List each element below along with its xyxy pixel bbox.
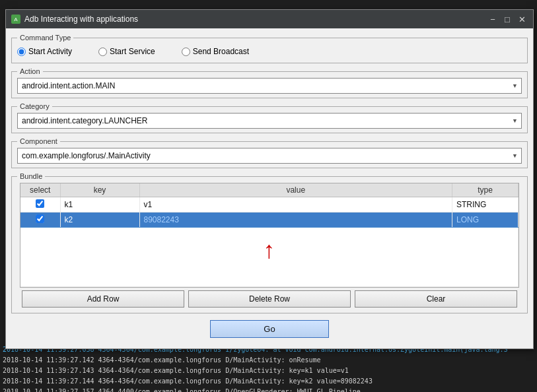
table-row-empty: ↑ xyxy=(20,228,519,287)
action-group: Action android.intent.action.MAIN xyxy=(11,67,528,98)
row2-key: k2 xyxy=(60,212,139,228)
up-arrow-icon: ↑ xyxy=(264,236,275,264)
table-row: k2 89082243 LONG xyxy=(20,212,519,228)
command-type-group: Command Type Start Activity Start Servic… xyxy=(11,34,528,63)
bundle-table: select key value type k1 v1 xyxy=(20,183,519,287)
delete-row-button[interactable]: Delete Row xyxy=(188,290,351,308)
log-line-5: 2018-10-14 11:39:27.157 4364-4400/com.ex… xyxy=(0,387,537,392)
dialog: A Adb Interacting with applications − □ … xyxy=(5,9,534,349)
col-header-select: select xyxy=(20,183,60,197)
component-group: Component com.example.longforus/.MainAct… xyxy=(11,137,528,168)
add-row-button[interactable]: Add Row xyxy=(22,290,184,308)
row1-type: STRING xyxy=(452,197,519,212)
col-header-value: value xyxy=(139,183,452,197)
dialog-title: Adb Interacting with applications xyxy=(24,15,138,24)
category-select[interactable]: android.intent.category.LAUNCHER xyxy=(17,113,522,129)
row1-checkbox[interactable] xyxy=(36,199,44,208)
bundle-table-body: k1 v1 STRING k2 89082243 LONG xyxy=(20,197,519,287)
dialog-content: Command Type Start Activity Start Servic… xyxy=(6,28,533,348)
table-row: k1 v1 STRING xyxy=(20,197,519,212)
radio-start-activity[interactable]: Start Activity xyxy=(17,47,72,56)
component-select-wrapper: com.example.longforus/.MainActivity xyxy=(17,148,522,164)
row2-checkbox[interactable] xyxy=(36,214,44,223)
log-line-2: 2018-10-14 11:39:27.142 4364-4364/com.ex… xyxy=(0,355,537,366)
log-line-4: 2018-10-14 11:39:27.144 4364-4364/com.ex… xyxy=(0,376,537,387)
log-line-3: 2018-10-14 11:39:27.143 4364-4364/com.ex… xyxy=(0,366,537,376)
empty-area: ↑ xyxy=(20,228,519,287)
clear-button[interactable]: Clear xyxy=(355,290,517,308)
radio-start-service[interactable]: Start Service xyxy=(98,47,155,56)
category-legend: Category xyxy=(17,102,52,110)
bundle-button-row: Add Row Delete Row Clear xyxy=(20,290,519,308)
row2-select-cell xyxy=(20,212,60,228)
action-legend: Action xyxy=(17,67,43,75)
row2-type: LONG xyxy=(452,212,519,228)
action-select-wrapper: android.intent.action.MAIN xyxy=(17,78,522,94)
title-controls: − □ ✕ xyxy=(487,13,528,25)
bundle-table-header: select key value type xyxy=(20,183,519,197)
title-bar: A Adb Interacting with applications − □ … xyxy=(6,10,533,28)
row2-value: 89082243 xyxy=(139,212,452,228)
bundle-group: Bundle select key value type xyxy=(11,172,528,313)
col-header-type: type xyxy=(452,183,519,197)
command-type-radios: Start Activity Start Service Send Broadc… xyxy=(17,44,522,59)
minimize-button[interactable]: − xyxy=(487,13,499,25)
close-button[interactable]: ✕ xyxy=(516,13,528,25)
category-select-wrapper: android.intent.category.LAUNCHER xyxy=(17,113,522,129)
bundle-table-wrapper: select key value type k1 v1 xyxy=(20,183,519,288)
row1-select-cell xyxy=(20,197,60,212)
category-group: Category android.intent.category.LAUNCHE… xyxy=(11,102,528,133)
command-type-legend: Command Type xyxy=(17,34,73,42)
log-area: 2018-10-14 11:39:27.038 4364-4364/com.ex… xyxy=(0,344,537,392)
maximize-button[interactable]: □ xyxy=(501,13,513,25)
col-header-key: key xyxy=(60,183,139,197)
bundle-legend: Bundle xyxy=(17,172,45,180)
component-legend: Component xyxy=(17,137,60,145)
go-button[interactable]: Go xyxy=(210,320,329,338)
title-bar-left: A Adb Interacting with applications xyxy=(11,15,138,24)
row1-key: k1 xyxy=(60,197,139,212)
radio-send-broadcast[interactable]: Send Broadcast xyxy=(182,47,249,56)
action-select[interactable]: android.intent.action.MAIN xyxy=(17,78,522,94)
app-icon: A xyxy=(11,15,20,24)
row1-value: v1 xyxy=(139,197,452,212)
component-select[interactable]: com.example.longforus/.MainActivity xyxy=(17,148,522,164)
go-button-row: Go xyxy=(11,317,528,343)
